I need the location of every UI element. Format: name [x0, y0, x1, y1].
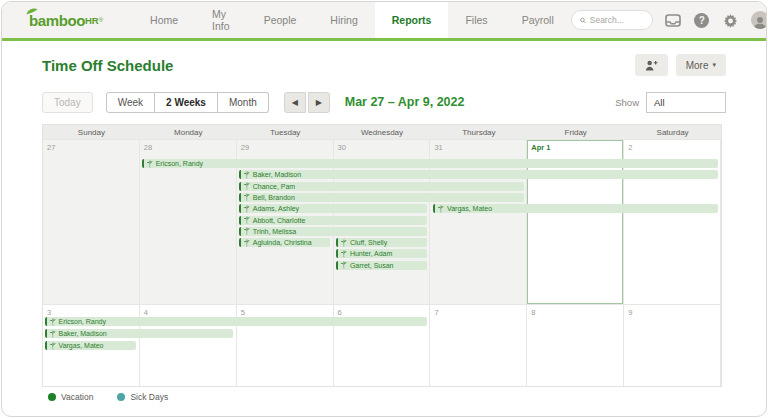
bamboo-leaf-icon [26, 8, 38, 15]
settings-gear-icon[interactable] [722, 11, 740, 29]
view-button-2-weeks[interactable]: 2 Weeks [155, 92, 218, 113]
event-label: Vargas, Mateo [447, 204, 492, 213]
more-button[interactable]: More ▾ [676, 54, 726, 76]
show-filter-select[interactable]: All [646, 92, 726, 113]
event-label: Ericson, Randy [59, 317, 106, 326]
more-button-label: More [686, 60, 709, 71]
inbox-icon[interactable] [664, 11, 682, 29]
date-number: Apr 1 [531, 143, 550, 152]
timeoff-event-hunter-adam[interactable]: Hunter, Adam [336, 249, 427, 258]
logo-hr-text: HR [85, 15, 99, 26]
view-button-week[interactable]: Week [106, 92, 155, 113]
timeoff-event-ericson-randy[interactable]: Ericson, Randy [45, 317, 428, 326]
day-cell[interactable]: 9 [624, 305, 721, 386]
day-header-friday: Friday [527, 125, 624, 139]
date-number: 3 [47, 308, 51, 317]
nav-item-files[interactable]: Files [448, 2, 504, 38]
day-header-sunday: Sunday [43, 125, 140, 139]
event-label: Baker, Madison [253, 170, 301, 179]
timeoff-event-vargas-mateo[interactable]: Vargas, Mateo [45, 341, 136, 350]
view-switcher: Week2 WeeksMonth [106, 92, 269, 113]
date-number: 31 [434, 143, 442, 152]
top-navigation-bar: bambooHR® HomeMy InfoPeopleHiringReports… [2, 2, 766, 38]
calendar-week-1: 2728293031Apr 12Ericson, RandyBaker, Mad… [43, 139, 721, 304]
date-number: 9 [628, 308, 632, 317]
bamboohr-logo[interactable]: bambooHR® [2, 2, 133, 38]
day-header-thursday: Thursday [430, 125, 527, 139]
page-title: Time Off Schedule [42, 57, 173, 74]
timeoff-event-garret-susan[interactable]: Garret, Susan [336, 261, 427, 270]
timeoff-event-chance-pam[interactable]: Chance, Pam [239, 182, 524, 191]
day-header-monday: Monday [140, 125, 237, 139]
accent-divider [2, 38, 766, 41]
event-label: Cluff, Shelly [350, 238, 387, 247]
event-label: Chance, Pam [253, 182, 295, 191]
legend-label: Sick Days [130, 392, 168, 402]
event-label: Vargas, Mateo [59, 341, 104, 350]
help-icon[interactable]: ? [693, 11, 711, 29]
date-number: 27 [47, 143, 55, 152]
calendar-week-2: 3456789Ericson, RandyBaker, MadisonVarga… [43, 304, 721, 386]
event-label: Ericson, Randy [156, 159, 203, 168]
nav-items: HomeMy InfoPeopleHiringReportsFilesPayro… [133, 2, 571, 38]
timeoff-event-baker-madison[interactable]: Baker, Madison [45, 329, 233, 338]
event-label: Adams, Ashley [253, 204, 299, 213]
prev-period-button[interactable]: ◀ [284, 92, 306, 113]
timeoff-event-abbott-charlotte[interactable]: Abbott, Charlotte [239, 216, 427, 225]
sick-days-dot-icon [117, 393, 125, 401]
date-range-label: Mar 27 – Apr 9, 2022 [345, 95, 465, 109]
event-label: Baker, Madison [59, 329, 107, 338]
timeoff-event-bell-brandon[interactable]: Bell, Brandon [239, 193, 524, 202]
timeoff-event-ericson-randy[interactable]: Ericson, Randy [142, 159, 719, 168]
nav-item-hiring[interactable]: Hiring [313, 2, 374, 38]
person-add-icon [645, 60, 658, 71]
timeoff-event-adams-ashley[interactable]: Adams, Ashley [239, 204, 427, 213]
timeoff-event-agluinda-christina[interactable]: Agluinda, Christina [239, 238, 330, 247]
search-icon [580, 16, 586, 25]
timeoff-event-trinh-melissa[interactable]: Trinh, Melissa [239, 227, 427, 236]
timeoff-event-cluff-shelly[interactable]: Cluff, Shelly [336, 238, 427, 247]
topbar-right-controls: ? [571, 2, 767, 38]
timeoff-event-vargas-mateo[interactable]: Vargas, Mateo [433, 204, 718, 213]
nav-item-home[interactable]: Home [133, 2, 195, 38]
date-number: 8 [531, 308, 535, 317]
add-person-button[interactable] [635, 54, 668, 76]
timeoff-event-baker-madison[interactable]: Baker, Madison [239, 170, 719, 179]
legend-item-vacation: Vacation [48, 392, 93, 402]
day-cell[interactable]: 8 [527, 305, 624, 386]
app-window: bambooHR® HomeMy InfoPeopleHiringReports… [1, 1, 767, 417]
event-label: Hunter, Adam [350, 249, 392, 258]
date-number: 7 [434, 308, 438, 317]
date-number: 30 [338, 143, 346, 152]
day-cell[interactable]: 7 [430, 305, 527, 386]
day-cell[interactable]: 27 [43, 140, 140, 304]
view-button-month[interactable]: Month [218, 92, 269, 113]
event-label: Agluinda, Christina [253, 238, 312, 247]
date-number: 6 [338, 308, 342, 317]
next-period-button[interactable]: ▶ [308, 92, 330, 113]
event-label: Bell, Brandon [253, 193, 295, 202]
date-number: 2 [628, 143, 632, 152]
show-filter-label: Show [615, 97, 639, 108]
nav-item-reports[interactable]: Reports [375, 2, 449, 38]
user-avatar[interactable] [751, 11, 767, 29]
today-button[interactable]: Today [42, 92, 93, 113]
nav-item-people[interactable]: People [247, 2, 314, 38]
event-label: Garret, Susan [350, 261, 394, 270]
event-label: Trinh, Melissa [253, 227, 296, 236]
day-header-wednesday: Wednesday [334, 125, 431, 139]
legend-item-sick-days: Sick Days [117, 392, 168, 402]
day-header-saturday: Saturday [624, 125, 721, 139]
date-number: 29 [241, 143, 249, 152]
search-input[interactable] [590, 15, 644, 25]
logo-registered-mark: ® [99, 17, 103, 23]
timeoff-calendar: SundayMondayTuesdayWednesdayThursdayFrid… [42, 124, 722, 387]
legend: VacationSick Days [48, 392, 168, 402]
nav-item-payroll[interactable]: Payroll [505, 2, 571, 38]
search-box[interactable] [571, 10, 653, 30]
day-header-tuesday: Tuesday [237, 125, 334, 139]
vacation-dot-icon [48, 393, 56, 401]
event-label: Abbott, Charlotte [253, 216, 306, 225]
caret-down-icon: ▾ [712, 61, 716, 69]
nav-item-my-info[interactable]: My Info [195, 2, 247, 38]
